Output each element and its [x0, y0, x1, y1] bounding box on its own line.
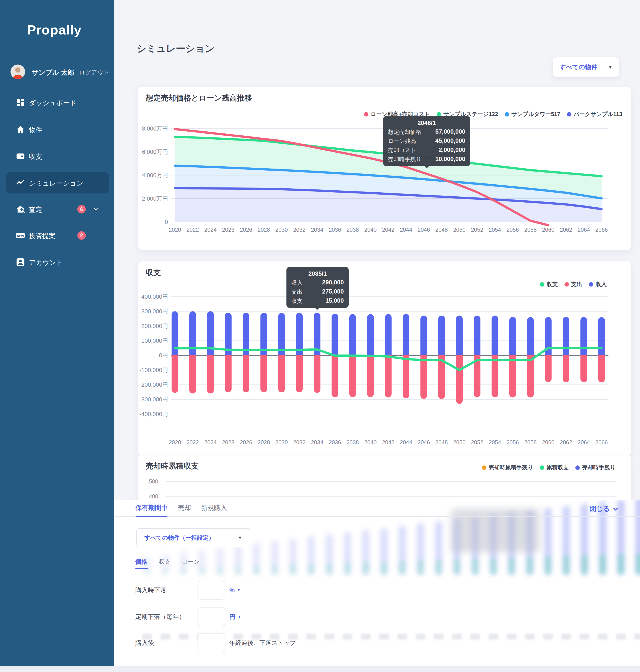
legend-item[interactable]: 収入 [589, 281, 607, 288]
sheet-tab-holding-period[interactable]: 保有期間中 [135, 503, 168, 512]
svg-text:2,000万円: 2,000万円 [142, 195, 168, 202]
user-row: サンプル 太郎 ログアウト [11, 65, 108, 80]
horizontal-scrollbar-track[interactable] [0, 666, 640, 672]
svg-text:2048: 2048 [435, 227, 448, 233]
legend-item[interactable]: 累積収支 [540, 464, 569, 471]
tooltip-value: 57,000,000 [435, 128, 465, 135]
svg-text:2023: 2023 [222, 227, 234, 233]
legend-item[interactable]: サンプルタワー517 [505, 111, 560, 118]
legend-item-label: 売却時手残り [582, 464, 615, 471]
sidebar-item-label: 投資提案 [29, 231, 56, 241]
field-label: 購入時下落 [135, 580, 166, 600]
svg-text:2040: 2040 [364, 439, 377, 445]
field-suffix[interactable]: %▼ [229, 580, 241, 600]
svg-text:-100,000円: -100,000円 [139, 367, 168, 373]
sidebar-item-proposals[interactable]: NEW投資提案2 [6, 225, 109, 246]
legend-dot [575, 466, 580, 470]
svg-text:2023: 2023 [222, 439, 234, 445]
svg-text:0円: 0円 [159, 352, 168, 359]
svg-text:2066: 2066 [595, 439, 608, 445]
field-years-until-stop-input[interactable] [198, 633, 226, 652]
svg-text:2056: 2056 [507, 439, 519, 445]
simulation-icon [16, 178, 25, 188]
tooltip-label: 支出 [291, 288, 303, 296]
svg-text:4,000万円: 4,000万円 [142, 172, 168, 178]
svg-text:2024: 2024 [204, 439, 217, 445]
subtab-cashflow[interactable]: 収支 [158, 558, 171, 566]
chevron-down-icon [92, 206, 99, 212]
legend-item-label: 売却時累積手残り [489, 464, 533, 471]
legend-dot [540, 466, 544, 470]
sheet-tab-new-purchase[interactable]: 新規購入 [201, 503, 227, 512]
legend-dot [482, 466, 486, 470]
legend-cumulative: 売却時累積手残り累積収支売却時手残り [482, 464, 615, 471]
sidebar-item-appraisal[interactable]: 査定6 [6, 199, 109, 220]
sidebar-item-cashflow[interactable]: 収支 [6, 146, 109, 167]
legend-item-label: 支出 [571, 281, 582, 288]
field-periodic-drop-row: 定期下落（毎年）円▼ [114, 607, 640, 627]
field-drop-at-purchase-input[interactable] [198, 581, 226, 600]
field-label: 定期下落（毎年） [135, 607, 185, 627]
settings-subtabs: 価格収支ローン [135, 558, 200, 566]
bulk-property-select[interactable]: すべての物件（一括設定） ▼ [136, 528, 250, 547]
svg-text:2020: 2020 [169, 227, 181, 233]
svg-text:2056: 2056 [507, 227, 519, 233]
legend-dot [364, 112, 368, 116]
field-suffix[interactable]: 円▼ [229, 607, 241, 627]
app-logo: Propally [27, 22, 82, 38]
legend-item[interactable]: 収支 [540, 281, 558, 288]
legend-item-label: サンプルタワー517 [511, 111, 560, 118]
svg-text:2062: 2062 [560, 439, 572, 445]
legend-item-label: 累積収支 [547, 464, 569, 471]
legend-item[interactable]: パークサンプル113 [567, 111, 622, 118]
svg-text:2038: 2038 [347, 227, 359, 233]
legend-item[interactable]: 売却時累積手残り [482, 464, 533, 471]
tooltip-row: 売却時手残り10,000,000 [388, 156, 465, 163]
sheet-tab-sale[interactable]: 売却 [178, 503, 191, 512]
svg-text:2062: 2062 [560, 227, 572, 233]
sidebar-item-simulation[interactable]: シミュレーション [6, 172, 109, 194]
legend-dot [589, 282, 593, 287]
close-sheet-link[interactable]: 閉じる [590, 504, 619, 513]
legend-item[interactable]: 売却時手残り [575, 464, 615, 471]
svg-text:-300,000円: -300,000円 [139, 396, 168, 403]
appraisal-icon [16, 204, 25, 214]
subtab-price[interactable]: 価格 [135, 558, 147, 566]
settings-sheet-content: 保有期間中売却新規購入 閉じる すべての物件（一括設定） ▼ 価格収支ローン 購… [114, 500, 640, 666]
svg-text:2024: 2024 [204, 227, 217, 233]
svg-text:2048: 2048 [435, 439, 448, 445]
svg-text:2046: 2046 [418, 227, 430, 233]
active-tab-underline [135, 516, 167, 517]
legend-item-label: 収入 [596, 281, 607, 288]
svg-text:400: 400 [149, 493, 158, 499]
svg-text:2032: 2032 [293, 439, 306, 445]
chart-tooltip-2046: 2046/1想定売却価格57,000,000ローン残高45,000,000売却コ… [383, 116, 470, 166]
svg-text:2030: 2030 [275, 227, 288, 233]
tooltip-label: 想定売却価格 [388, 128, 421, 135]
svg-text:2042: 2042 [382, 227, 394, 233]
chart-tooltip-2035: 2035/1収入290,000支出275,000収支15,000 [287, 267, 349, 308]
sidebar: Propally サンプル 太郎 ログアウト ダッシュボード物件収支シミュレーシ… [0, 0, 114, 666]
logout-link[interactable]: ログアウト [79, 69, 110, 76]
property-filter-select[interactable]: すべての物件 ▼ [553, 57, 619, 77]
field-periodic-drop-input[interactable] [198, 607, 226, 626]
sidebar-item-label: アカウント [29, 258, 63, 267]
svg-text:2066: 2066 [595, 227, 608, 233]
chevron-down-icon: ▼ [608, 65, 612, 70]
avatar-image [11, 65, 25, 79]
legend-dot [505, 112, 509, 116]
legend-item[interactable]: 支出 [565, 281, 582, 288]
chevron-down-icon: ▼ [237, 607, 241, 627]
chevron-down-icon: ▼ [237, 580, 241, 600]
subtab-loan[interactable]: ローン [181, 558, 200, 566]
sidebar-item-account[interactable]: アカウント [6, 252, 109, 273]
svg-text:100,000円: 100,000円 [141, 337, 168, 344]
svg-text:-400,000円: -400,000円 [139, 411, 168, 417]
svg-text:NEW: NEW [17, 234, 24, 238]
svg-text:2030: 2030 [275, 439, 288, 445]
sidebar-item-properties[interactable]: 物件 [6, 119, 109, 140]
sidebar-item-dashboard[interactable]: ダッシュボード [6, 92, 109, 113]
settings-sheet: 保有期間中売却新規購入 閉じる すべての物件（一括設定） ▼ 価格収支ローン 購… [114, 500, 640, 666]
svg-text:6,000万円: 6,000万円 [142, 148, 168, 155]
tooltip-value: 275,000 [322, 288, 344, 296]
